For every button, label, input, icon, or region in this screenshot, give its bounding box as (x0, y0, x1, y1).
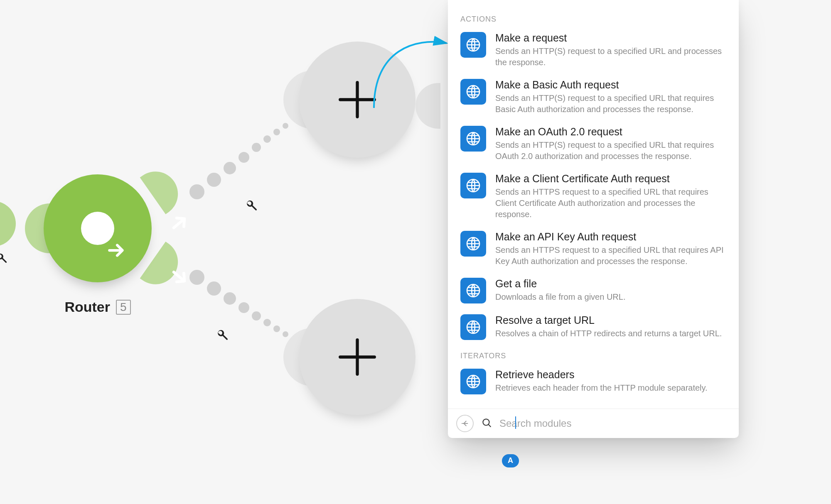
globe-icon (460, 314, 486, 340)
module-title: Make an API Key Auth request (495, 231, 726, 243)
wrench-icon[interactable] (0, 252, 7, 266)
globe-icon (460, 79, 486, 105)
module-item-client-cert[interactable]: Make a Client Certificate Auth request S… (460, 169, 726, 227)
router-label-text: Router (64, 299, 110, 315)
module-picker-panel: ACTIONS Make a request Sends an HTTP(S) … (448, 0, 739, 438)
add-module-slot-top[interactable] (299, 42, 416, 158)
module-title: Retrieve headers (495, 369, 726, 381)
add-module-slot-bottom[interactable] (299, 299, 416, 415)
module-desc: Sends an HTTP(S) request to a specified … (495, 46, 726, 68)
module-desc: Sends an HTTP(S) request to a specified … (495, 139, 726, 162)
search-icon (481, 417, 492, 430)
section-heading-actions: ACTIONS (460, 15, 726, 24)
module-desc: Retrieves each header from the HTTP modu… (495, 382, 726, 394)
module-desc: Resolves a chain of HTTP redirects and r… (495, 328, 726, 339)
module-title: Resolve a target URL (495, 314, 726, 326)
module-title: Make a request (495, 32, 726, 44)
module-title: Make an OAuth 2.0 request (495, 126, 726, 138)
module-item-oauth[interactable]: Make an OAuth 2.0 request Sends an HTTP(… (460, 122, 726, 169)
router-node[interactable]: Router 5 (42, 174, 154, 315)
router-index-badge: 5 (116, 300, 131, 315)
globe-icon (460, 278, 486, 303)
module-title: Get a file (495, 278, 726, 290)
module-search-input[interactable] (499, 418, 730, 429)
svg-point-9 (483, 419, 489, 425)
keyboard-hint-badge: A (502, 454, 519, 467)
section-heading-iterators: ITERATORS (460, 352, 726, 360)
back-button[interactable] (456, 415, 474, 432)
globe-icon (460, 369, 486, 394)
wrench-icon[interactable] (216, 329, 229, 341)
module-desc: Sends an HTTP(S) request to a specified … (495, 93, 726, 115)
module-title: Make a Basic Auth request (495, 79, 726, 91)
module-item-api-key[interactable]: Make an API Key Auth request Sends an HT… (460, 227, 726, 274)
module-title: Make a Client Certificate Auth request (495, 173, 726, 185)
globe-icon (460, 32, 486, 58)
module-desc: Downloads a file from a given URL. (495, 291, 726, 303)
module-item-get-file[interactable]: Get a file Downloads a file from a given… (460, 274, 726, 310)
panel-connector-top (416, 83, 440, 129)
panel-footer (448, 409, 739, 438)
globe-icon (460, 126, 486, 152)
wrench-icon[interactable] (245, 199, 258, 212)
module-item-make-request[interactable]: Make a request Sends an HTTP(S) request … (460, 28, 726, 75)
module-desc: Sends an HTTPS request to a specified UR… (495, 245, 726, 267)
module-item-basic-auth[interactable]: Make a Basic Auth request Sends an HTTP(… (460, 75, 726, 122)
module-item-retrieve-headers[interactable]: Retrieve headers Retrieves each header f… (460, 365, 726, 401)
text-caret (515, 416, 516, 429)
module-desc: Sends an HTTPS request to a specified UR… (495, 186, 726, 220)
globe-icon (460, 173, 486, 198)
module-item-resolve-url[interactable]: Resolve a target URL Resolves a chain of… (460, 310, 726, 347)
globe-icon (460, 231, 486, 257)
